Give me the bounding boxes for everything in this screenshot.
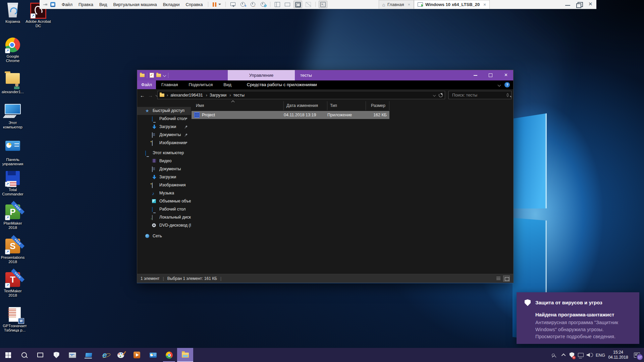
defender-notification-toast[interactable]: Защита от вирусов и угроз Найдена програ…: [517, 292, 639, 344]
send-ctrl-alt-del-button[interactable]: [229, 1, 237, 8]
menu-edit[interactable]: Правка: [75, 0, 96, 9]
customize-qat-chevron-icon[interactable]: [163, 74, 166, 77]
back-button[interactable]: ←: [140, 93, 145, 98]
desktop-icon-this-pc[interactable]: Этот компьютер: [0, 103, 25, 129]
pause-vm-button[interactable]: [210, 1, 223, 8]
close-tab-icon[interactable]: [483, 2, 486, 7]
search-icon[interactable]: [507, 93, 508, 97]
sidebar-item-documents[interactable]: Документы: [137, 131, 191, 139]
search-input[interactable]: [451, 93, 507, 98]
tab-file[interactable]: Файл: [137, 80, 156, 89]
minimize-button[interactable]: [468, 70, 483, 80]
address-bar[interactable]: alexander196431 Загрузки тесты: [157, 91, 445, 99]
fullscreen-button[interactable]: [293, 1, 302, 8]
tab-main[interactable]: Главная: [156, 80, 183, 89]
search-button[interactable]: [16, 348, 32, 362]
thumbnails-view-icon[interactable]: [503, 276, 510, 282]
help-icon[interactable]: [504, 82, 510, 87]
new-folder-button-icon[interactable]: [156, 74, 161, 77]
column-header-modified[interactable]: Дата изменения: [284, 101, 327, 110]
taskbar-paint[interactable]: [113, 348, 129, 362]
revert-snapshot-button[interactable]: ←: [249, 1, 257, 8]
file-list[interactable]: Project 04.11.2018 13:19 Приложение 162 …: [191, 110, 514, 275]
task-view-button[interactable]: [32, 348, 48, 362]
taskbar-this-pc[interactable]: [80, 348, 97, 362]
taskbar-internet-explorer[interactable]: e: [97, 348, 113, 362]
sidebar-item-music[interactable]: Музыка: [137, 189, 191, 197]
desktop-icon-textmaker[interactable]: T FREE TextMaker 2018: [0, 272, 25, 298]
taskbar-defender[interactable]: [48, 348, 64, 362]
take-snapshot-button[interactable]: +: [239, 1, 247, 8]
sidebar-item-downloads-pc[interactable]: Загрузки: [137, 173, 191, 181]
desktop-icon-presentations[interactable]: S FREE Presentations 2018: [0, 238, 25, 264]
taskbar-system-monitor[interactable]: [64, 348, 80, 362]
desktop-icon-chrome[interactable]: Google Chrome: [0, 37, 25, 63]
desktop-icon-total-commander[interactable]: Total Commander: [0, 170, 25, 196]
sidebar-item-3d-objects[interactable]: Объемные объекты: [137, 197, 191, 205]
defender-tray-icon[interactable]: [568, 348, 576, 362]
menu-view[interactable]: Вид: [96, 0, 110, 9]
details-view-icon[interactable]: [495, 276, 502, 282]
menu-tabs[interactable]: Вкладки: [160, 0, 183, 9]
show-thumbnail-bar-button[interactable]: [283, 1, 291, 8]
show-hidden-icons-chevron[interactable]: [560, 348, 568, 362]
sidebar-item-local-disk-c[interactable]: Локальный диск (C:): [137, 214, 191, 222]
forward-button[interactable]: →: [148, 93, 153, 98]
column-header-type[interactable]: Тип: [327, 101, 366, 110]
sidebar-item-downloads[interactable]: Загрузки: [137, 123, 191, 131]
volume-tray-icon[interactable]: [585, 348, 594, 362]
tab-home[interactable]: ⌂ Главная: [379, 0, 414, 9]
network-tray-icon[interactable]: [576, 348, 585, 362]
sidebar-item-dvd-d[interactable]: DVD-дисковод (D:): [137, 222, 191, 230]
sidebar-item-network[interactable]: Сеть: [137, 232, 191, 240]
refresh-icon[interactable]: [439, 93, 443, 97]
taskbar-explorer-active[interactable]: [177, 348, 193, 362]
minimize-button[interactable]: [562, 0, 574, 9]
start-button[interactable]: [0, 348, 16, 362]
contextual-tab-group[interactable]: Управление: [228, 70, 295, 80]
search-box[interactable]: [448, 91, 512, 99]
menu-virtual-machine[interactable]: Виртуальная машина: [110, 0, 160, 9]
people-icon[interactable]: [547, 348, 560, 362]
menu-file[interactable]: Файл: [59, 0, 75, 9]
expand-ribbon-chevron-icon[interactable]: [498, 83, 501, 86]
close-tab-icon[interactable]: [408, 2, 410, 7]
sidebar-item-videos[interactable]: Видео: [137, 157, 191, 165]
pin-toolbar-icon[interactable]: [43, 2, 48, 7]
taskbar-media-player[interactable]: [129, 348, 145, 362]
breadcrumb-item[interactable]: тесты: [227, 93, 245, 98]
desktop-icon-planmaker[interactable]: P FREE PlanMaker 2018: [0, 204, 25, 230]
column-header-name[interactable]: Имя: [191, 101, 284, 110]
taskbar-control-panel[interactable]: [145, 348, 161, 362]
file-row-selected[interactable]: Project 04.11.2018 13:19 Приложение 162 …: [192, 111, 389, 119]
sidebar-item-desktop-pc[interactable]: Рабочий стол: [137, 205, 191, 214]
desktop-icon-gpt-doc[interactable]: GPTозначает Таблица р...: [0, 306, 30, 333]
desktop-icon-user-folder[interactable]: alexander1...: [0, 70, 25, 94]
tab-share[interactable]: Поделиться: [183, 80, 218, 89]
console-view-button[interactable]: [319, 1, 327, 8]
action-center-button[interactable]: 17: [630, 348, 644, 362]
close-button[interactable]: [498, 70, 513, 80]
breadcrumb-item[interactable]: Загрузки: [204, 93, 227, 98]
sidebar-item-this-pc[interactable]: Этот компьютер: [137, 149, 191, 157]
menu-help[interactable]: Справка: [183, 0, 206, 9]
desktop-icon-recycle-bin[interactable]: Корзина: [0, 2, 25, 24]
sidebar-item-pictures-pc[interactable]: Изображения: [137, 181, 191, 189]
language-indicator[interactable]: ENG: [594, 348, 606, 362]
column-header-size[interactable]: Размер: [366, 101, 389, 110]
sidebar-item-pictures[interactable]: Изображения: [137, 139, 191, 147]
address-dropdown-chevron-icon[interactable]: [433, 94, 436, 96]
breadcrumb-item[interactable]: alexander196431: [164, 93, 204, 98]
sidebar-item-desktop[interactable]: Рабочий стол: [137, 115, 191, 123]
sidebar-item-documents-pc[interactable]: Документы: [137, 165, 191, 173]
close-button[interactable]: [585, 0, 596, 9]
tab-application-tools[interactable]: Средства работы с приложениями: [242, 80, 322, 89]
tab-view[interactable]: Вид: [218, 80, 237, 89]
show-library-button[interactable]: [273, 1, 281, 8]
taskbar-chrome[interactable]: [161, 348, 177, 362]
manage-snapshots-button[interactable]: ⚙: [259, 1, 267, 8]
explorer-titlebar[interactable]: Управление тесты: [137, 70, 513, 80]
desktop-icon-control-panel[interactable]: Панель управления: [0, 138, 25, 166]
sidebar-item-quick-access[interactable]: Быстрый доступ: [137, 107, 191, 115]
tab-vm-windows10[interactable]: Windows 10 x64_LTSB_20: [414, 0, 490, 9]
